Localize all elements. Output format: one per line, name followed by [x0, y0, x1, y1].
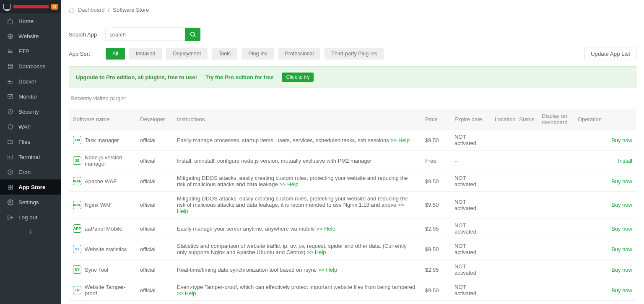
update-app-list-button[interactable]: Update App List [584, 47, 636, 60]
expire: NOT activated [450, 260, 491, 280]
software-name[interactable]: Node.js version manager [80, 151, 136, 171]
instructions: Mitigating DDOS attacks, easily creating… [173, 192, 421, 218]
sort-btn-professional[interactable]: Professional [278, 48, 321, 60]
help-link[interactable]: >> Help [318, 267, 338, 273]
developer: official [136, 301, 173, 304]
software-name[interactable]: Nginx WAF [80, 192, 136, 218]
sidebar: 0 HomeWebsiteFTPDatabasesDockerMonitorSe… [0, 0, 61, 304]
search-input[interactable] [106, 28, 185, 41]
breadcrumb-dashboard[interactable]: Dashboard [78, 7, 105, 13]
price: $2.95 [421, 218, 450, 239]
buy-link[interactable]: Buy now [611, 137, 632, 143]
instructions: Mitigating DDOS attacks, easily creating… [173, 171, 421, 192]
main: Dashboard / Software Store Search App Ap… [61, 0, 644, 304]
software-name[interactable]: Website Tamper-proof [80, 280, 136, 301]
sort-btn-plug-ins[interactable]: Plug-ins [242, 48, 274, 60]
nav-item-docker[interactable]: Docker [0, 74, 61, 89]
software-name[interactable]: Task manager [80, 130, 136, 151]
help-link[interactable]: >> Help [390, 137, 410, 143]
folder-icon [7, 138, 13, 145]
svg-point-3 [8, 64, 12, 65]
sort-btn-all[interactable]: All [106, 48, 125, 60]
expire: NOT activated [450, 218, 491, 239]
add-menu-button[interactable]: + [0, 225, 61, 240]
help-link[interactable]: >> Help [279, 181, 299, 187]
nav-item-waf[interactable]: WAF [0, 119, 61, 134]
operation: Buy now [574, 280, 636, 301]
nav-item-ftp[interactable]: FTP [0, 44, 61, 59]
nav-label: Log out [18, 214, 37, 221]
buy-link[interactable]: Buy now [611, 246, 632, 252]
buy-link[interactable]: Buy now [611, 287, 632, 294]
software-name[interactable]: Load balance [80, 301, 136, 304]
nav-item-cron[interactable]: Cron [0, 164, 61, 179]
price: $9.50 [421, 239, 450, 260]
search-button[interactable] [185, 28, 200, 41]
expire: NOT activated [450, 171, 491, 192]
display [538, 260, 574, 280]
expire: NOT activated [450, 301, 491, 304]
notification-badge[interactable]: 0 [51, 4, 58, 10]
buy-link[interactable]: Buy now [611, 202, 632, 208]
nav-item-app-store[interactable]: App Store [0, 179, 61, 195]
nav-label: Monitor [18, 94, 37, 100]
software-name[interactable]: Sync Tool [80, 260, 136, 280]
ip-redacted [13, 5, 49, 8]
location [491, 301, 515, 304]
nav-item-website[interactable]: Website [0, 29, 61, 44]
table-row: TM Task manager official Easily manage p… [69, 130, 636, 151]
help-link[interactable]: >> Help [177, 290, 196, 296]
sort-row: App Sort AllInstalledDeploymentToolsPlug… [69, 47, 636, 60]
try-pro-link[interactable]: Try the Pro edition for free [205, 74, 274, 81]
monitor-icon [7, 93, 13, 100]
buy-link[interactable]: Buy now [611, 267, 632, 273]
operation: Buy now [574, 301, 636, 304]
sort-btn-installed[interactable]: Installed [129, 48, 162, 60]
logout-icon [7, 214, 13, 221]
software-name[interactable]: Website statistics [80, 239, 136, 260]
nav-item-home[interactable]: Home [0, 13, 61, 29]
docker-icon [7, 78, 13, 85]
nav-label: Files [18, 139, 31, 145]
install-link[interactable]: Install [618, 158, 632, 164]
buy-link[interactable]: Buy now [611, 178, 632, 184]
sort-buttons: AllInstalledDeploymentToolsPlug-insProfe… [106, 48, 384, 60]
developer: official [136, 239, 173, 260]
table-row: TP Website Tamper-proof official Event-t… [69, 280, 636, 301]
sort-btn-deployment[interactable]: Deployment [166, 48, 208, 60]
breadcrumb-sep: / [108, 7, 110, 13]
sort-btn-third-party-plug-ins[interactable]: Third-party Plug-ins [325, 48, 384, 60]
nav-item-settings[interactable]: Settings [0, 195, 61, 210]
sort-label: App Sort [69, 51, 98, 57]
sort-btn-tools[interactable]: Tools [212, 48, 237, 60]
buy-link[interactable]: Buy now [611, 226, 632, 232]
nav-item-security[interactable]: Security [0, 104, 61, 119]
nav-item-terminal[interactable]: Terminal [0, 149, 61, 164]
help-link[interactable]: >> Help [307, 249, 326, 255]
developer: official [136, 171, 173, 192]
nav-item-log-out[interactable]: Log out [0, 210, 61, 225]
location [491, 280, 515, 301]
software-name[interactable]: aaPanel Mobile [80, 218, 136, 239]
status [515, 151, 538, 171]
waf-icon [7, 123, 13, 130]
upgrade-banner: Upgrade to Pro edition, all plugins, fre… [69, 66, 636, 88]
operation: Buy now [574, 130, 636, 151]
nav-item-databases[interactable]: Databases [0, 59, 61, 74]
expire: NOT activated [450, 280, 491, 301]
software-name[interactable]: Apache WAF [80, 171, 136, 192]
help-link[interactable]: >> Help [316, 226, 335, 232]
svg-point-15 [9, 201, 11, 203]
help-link[interactable]: >> Help [177, 202, 404, 214]
nav-item-files[interactable]: Files [0, 134, 61, 149]
nav-label: FTP [18, 48, 29, 55]
price: $2.95 [421, 260, 450, 280]
expire: NOT activated [450, 192, 491, 218]
nav-item-monitor[interactable]: Monitor [0, 89, 61, 104]
app-icon: TM [73, 136, 81, 144]
home-icon [7, 18, 13, 24]
svg-rect-9 [8, 155, 12, 159]
click-to-try-button[interactable]: Click to try [282, 73, 314, 82]
location [491, 171, 515, 192]
svg-rect-13 [8, 187, 10, 189]
